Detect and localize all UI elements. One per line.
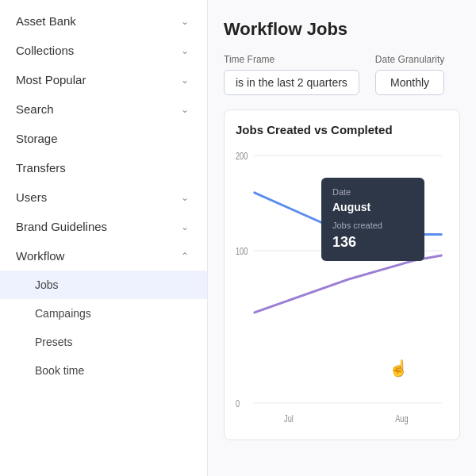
chart-card: Jobs Created vs Completed 200 100 0 <box>224 109 460 440</box>
sidebar-item-label: Search <box>16 102 54 116</box>
sidebar-item-label: Most Popular <box>16 73 86 86</box>
svg-text:0: 0 <box>236 397 240 409</box>
chevron-up-icon: ⌃ <box>178 250 191 263</box>
sidebar-item-workflow[interactable]: Workflow ⌃ <box>0 241 207 271</box>
svg-point-6 <box>411 228 419 240</box>
sidebar-item-label: Brand Guidelines <box>16 220 107 233</box>
svg-text:200: 200 <box>236 150 248 161</box>
sidebar-item-label: Storage <box>16 132 58 145</box>
svg-text:100: 100 <box>236 245 248 256</box>
svg-text:Aug: Aug <box>395 413 408 424</box>
sidebar-subitem-label: Book time <box>35 364 84 377</box>
sidebar-item-label: Users <box>16 190 47 204</box>
timeframe-filter-group: Time Frame is in the last 2 quarters <box>224 54 359 95</box>
sidebar-subitem-book-time[interactable]: Book time <box>0 356 207 385</box>
timeframe-button[interactable]: is in the last 2 quarters <box>224 70 359 95</box>
sidebar-item-brand-guidelines[interactable]: Brand Guidelines ⌄ <box>0 212 207 241</box>
chart-area: 200 100 0 Jul Aug <box>236 146 448 432</box>
chevron-down-icon: ⌄ <box>178 74 191 86</box>
chevron-down-icon: ⌄ <box>178 44 191 57</box>
chevron-down-icon: ⌄ <box>178 15 191 28</box>
sidebar-subitem-campaigns[interactable]: Campaings <box>0 299 207 328</box>
sidebar-subitem-presets[interactable]: Presets <box>0 328 207 356</box>
chart-title: Jobs Created vs Completed <box>236 123 448 136</box>
granularity-button[interactable]: Monthly <box>375 70 444 95</box>
svg-text:Jul: Jul <box>284 413 294 424</box>
sidebar-item-label: Collections <box>16 44 74 57</box>
chevron-down-icon: ⌄ <box>178 221 191 233</box>
granularity-label: Date Granularity <box>375 54 444 65</box>
sidebar-subitem-jobs[interactable]: Jobs <box>0 271 207 299</box>
sidebar-item-most-popular[interactable]: Most Popular ⌄ <box>0 65 207 94</box>
filters-row: Time Frame is in the last 2 quarters Dat… <box>224 54 460 95</box>
sidebar-item-collections[interactable]: Collections ⌄ <box>0 36 207 65</box>
sidebar: Asset Bank ⌄ Collections ⌄ Most Popular … <box>0 0 208 476</box>
sidebar-item-asset-bank[interactable]: Asset Bank ⌄ <box>0 6 207 36</box>
chevron-down-icon: ⌄ <box>178 103 191 116</box>
sidebar-subitem-label: Campaings <box>35 307 91 320</box>
sidebar-item-search[interactable]: Search ⌄ <box>0 94 207 124</box>
chevron-down-icon: ⌄ <box>178 191 191 204</box>
sidebar-item-label: Asset Bank <box>16 14 76 28</box>
sidebar-item-label: Workflow <box>16 249 64 263</box>
sidebar-item-transfers[interactable]: Transfers <box>0 153 207 182</box>
sidebar-subitem-label: Presets <box>35 336 72 348</box>
timeframe-label: Time Frame <box>224 54 359 65</box>
sidebar-item-storage[interactable]: Storage <box>0 124 207 153</box>
granularity-filter-group: Date Granularity Monthly <box>375 54 444 95</box>
sidebar-item-label: Transfers <box>16 161 66 175</box>
sidebar-subitem-label: Jobs <box>35 278 59 291</box>
sidebar-item-users[interactable]: Users ⌄ <box>0 182 207 212</box>
chart-svg: 200 100 0 Jul Aug <box>236 146 448 432</box>
page-title: Workflow Jobs <box>224 19 460 40</box>
main-content: Workflow Jobs Time Frame is in the last … <box>208 0 476 476</box>
